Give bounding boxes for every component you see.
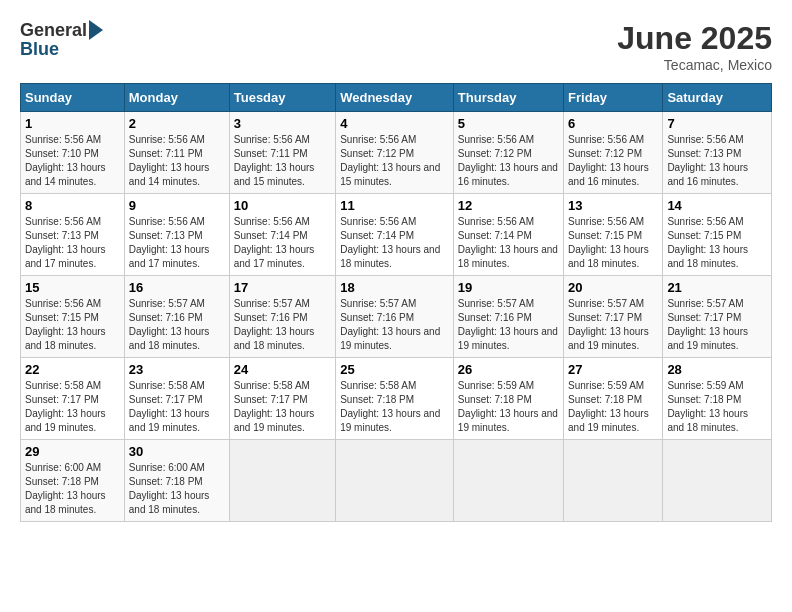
day-number: 30 — [129, 444, 225, 459]
calendar-header-row: Sunday Monday Tuesday Wednesday Thursday… — [21, 84, 772, 112]
page-header: General Blue June 2025 Tecamac, Mexico — [20, 20, 772, 73]
day-number: 14 — [667, 198, 767, 213]
calendar-table: Sunday Monday Tuesday Wednesday Thursday… — [20, 83, 772, 522]
table-row: 21 Sunrise: 5:57 AMSunset: 7:17 PMDaylig… — [663, 276, 772, 358]
calendar-week-row: 1 Sunrise: 5:56 AMSunset: 7:10 PMDayligh… — [21, 112, 772, 194]
calendar-week-row: 8 Sunrise: 5:56 AMSunset: 7:13 PMDayligh… — [21, 194, 772, 276]
day-number: 22 — [25, 362, 120, 377]
day-info: Sunrise: 5:56 AMSunset: 7:11 PMDaylight:… — [129, 134, 210, 187]
table-row: 16 Sunrise: 5:57 AMSunset: 7:16 PMDaylig… — [124, 276, 229, 358]
day-number: 3 — [234, 116, 331, 131]
calendar-week-row: 29 Sunrise: 6:00 AMSunset: 7:18 PMDaylig… — [21, 440, 772, 522]
day-info: Sunrise: 5:56 AMSunset: 7:12 PMDaylight:… — [340, 134, 440, 187]
day-number: 2 — [129, 116, 225, 131]
day-info: Sunrise: 5:56 AMSunset: 7:13 PMDaylight:… — [667, 134, 748, 187]
day-info: Sunrise: 5:58 AMSunset: 7:17 PMDaylight:… — [129, 380, 210, 433]
logo: General Blue — [20, 20, 103, 60]
col-tuesday: Tuesday — [229, 84, 335, 112]
table-row: 1 Sunrise: 5:56 AMSunset: 7:10 PMDayligh… — [21, 112, 125, 194]
table-row — [453, 440, 563, 522]
table-row: 8 Sunrise: 5:56 AMSunset: 7:13 PMDayligh… — [21, 194, 125, 276]
table-row: 9 Sunrise: 5:56 AMSunset: 7:13 PMDayligh… — [124, 194, 229, 276]
day-info: Sunrise: 5:58 AMSunset: 7:17 PMDaylight:… — [234, 380, 315, 433]
table-row: 20 Sunrise: 5:57 AMSunset: 7:17 PMDaylig… — [564, 276, 663, 358]
day-number: 20 — [568, 280, 658, 295]
calendar-week-row: 22 Sunrise: 5:58 AMSunset: 7:17 PMDaylig… — [21, 358, 772, 440]
calendar-week-row: 15 Sunrise: 5:56 AMSunset: 7:15 PMDaylig… — [21, 276, 772, 358]
day-info: Sunrise: 5:58 AMSunset: 7:17 PMDaylight:… — [25, 380, 106, 433]
day-number: 8 — [25, 198, 120, 213]
day-info: Sunrise: 5:56 AMSunset: 7:14 PMDaylight:… — [234, 216, 315, 269]
col-sunday: Sunday — [21, 84, 125, 112]
day-info: Sunrise: 5:56 AMSunset: 7:15 PMDaylight:… — [667, 216, 748, 269]
table-row: 6 Sunrise: 5:56 AMSunset: 7:12 PMDayligh… — [564, 112, 663, 194]
table-row: 29 Sunrise: 6:00 AMSunset: 7:18 PMDaylig… — [21, 440, 125, 522]
day-number: 28 — [667, 362, 767, 377]
day-number: 7 — [667, 116, 767, 131]
table-row: 19 Sunrise: 5:57 AMSunset: 7:16 PMDaylig… — [453, 276, 563, 358]
table-row: 28 Sunrise: 5:59 AMSunset: 7:18 PMDaylig… — [663, 358, 772, 440]
calendar-subtitle: Tecamac, Mexico — [617, 57, 772, 73]
table-row: 22 Sunrise: 5:58 AMSunset: 7:17 PMDaylig… — [21, 358, 125, 440]
day-info: Sunrise: 5:56 AMSunset: 7:15 PMDaylight:… — [25, 298, 106, 351]
day-info: Sunrise: 5:56 AMSunset: 7:14 PMDaylight:… — [340, 216, 440, 269]
day-info: Sunrise: 5:56 AMSunset: 7:12 PMDaylight:… — [458, 134, 558, 187]
table-row: 4 Sunrise: 5:56 AMSunset: 7:12 PMDayligh… — [336, 112, 454, 194]
table-row: 13 Sunrise: 5:56 AMSunset: 7:15 PMDaylig… — [564, 194, 663, 276]
day-number: 19 — [458, 280, 559, 295]
day-number: 18 — [340, 280, 449, 295]
day-number: 16 — [129, 280, 225, 295]
day-info: Sunrise: 5:56 AMSunset: 7:13 PMDaylight:… — [129, 216, 210, 269]
day-number: 13 — [568, 198, 658, 213]
day-info: Sunrise: 5:56 AMSunset: 7:13 PMDaylight:… — [25, 216, 106, 269]
day-number: 27 — [568, 362, 658, 377]
table-row: 2 Sunrise: 5:56 AMSunset: 7:11 PMDayligh… — [124, 112, 229, 194]
day-info: Sunrise: 6:00 AMSunset: 7:18 PMDaylight:… — [129, 462, 210, 515]
day-info: Sunrise: 5:57 AMSunset: 7:16 PMDaylight:… — [129, 298, 210, 351]
table-row: 3 Sunrise: 5:56 AMSunset: 7:11 PMDayligh… — [229, 112, 335, 194]
table-row: 10 Sunrise: 5:56 AMSunset: 7:14 PMDaylig… — [229, 194, 335, 276]
table-row — [663, 440, 772, 522]
day-number: 5 — [458, 116, 559, 131]
table-row: 5 Sunrise: 5:56 AMSunset: 7:12 PMDayligh… — [453, 112, 563, 194]
table-row — [229, 440, 335, 522]
table-row — [336, 440, 454, 522]
day-number: 4 — [340, 116, 449, 131]
table-row: 30 Sunrise: 6:00 AMSunset: 7:18 PMDaylig… — [124, 440, 229, 522]
table-row: 23 Sunrise: 5:58 AMSunset: 7:17 PMDaylig… — [124, 358, 229, 440]
day-info: Sunrise: 6:00 AMSunset: 7:18 PMDaylight:… — [25, 462, 106, 515]
day-info: Sunrise: 5:56 AMSunset: 7:11 PMDaylight:… — [234, 134, 315, 187]
logo-arrow-icon — [89, 20, 103, 40]
table-row: 15 Sunrise: 5:56 AMSunset: 7:15 PMDaylig… — [21, 276, 125, 358]
day-number: 9 — [129, 198, 225, 213]
day-info: Sunrise: 5:57 AMSunset: 7:16 PMDaylight:… — [234, 298, 315, 351]
day-info: Sunrise: 5:57 AMSunset: 7:17 PMDaylight:… — [667, 298, 748, 351]
logo-general-text: General — [20, 20, 87, 41]
calendar-title: June 2025 — [617, 20, 772, 57]
day-number: 24 — [234, 362, 331, 377]
title-section: June 2025 Tecamac, Mexico — [617, 20, 772, 73]
day-info: Sunrise: 5:58 AMSunset: 7:18 PMDaylight:… — [340, 380, 440, 433]
table-row: 14 Sunrise: 5:56 AMSunset: 7:15 PMDaylig… — [663, 194, 772, 276]
table-row: 27 Sunrise: 5:59 AMSunset: 7:18 PMDaylig… — [564, 358, 663, 440]
day-number: 26 — [458, 362, 559, 377]
day-info: Sunrise: 5:56 AMSunset: 7:14 PMDaylight:… — [458, 216, 558, 269]
col-saturday: Saturday — [663, 84, 772, 112]
day-number: 17 — [234, 280, 331, 295]
day-info: Sunrise: 5:57 AMSunset: 7:17 PMDaylight:… — [568, 298, 649, 351]
col-monday: Monday — [124, 84, 229, 112]
day-number: 10 — [234, 198, 331, 213]
day-number: 29 — [25, 444, 120, 459]
col-friday: Friday — [564, 84, 663, 112]
day-number: 11 — [340, 198, 449, 213]
table-row: 25 Sunrise: 5:58 AMSunset: 7:18 PMDaylig… — [336, 358, 454, 440]
day-number: 15 — [25, 280, 120, 295]
day-info: Sunrise: 5:56 AMSunset: 7:12 PMDaylight:… — [568, 134, 649, 187]
day-number: 25 — [340, 362, 449, 377]
table-row: 12 Sunrise: 5:56 AMSunset: 7:14 PMDaylig… — [453, 194, 563, 276]
day-info: Sunrise: 5:56 AMSunset: 7:10 PMDaylight:… — [25, 134, 106, 187]
table-row: 26 Sunrise: 5:59 AMSunset: 7:18 PMDaylig… — [453, 358, 563, 440]
day-info: Sunrise: 5:59 AMSunset: 7:18 PMDaylight:… — [458, 380, 558, 433]
logo-blue-text: Blue — [20, 39, 59, 60]
table-row — [564, 440, 663, 522]
